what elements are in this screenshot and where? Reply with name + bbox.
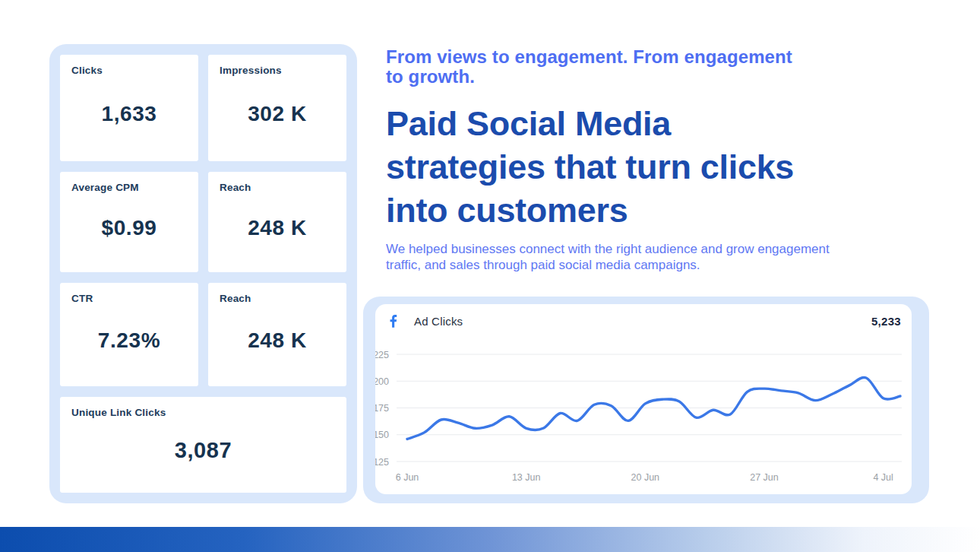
- svg-text:20 Jun: 20 Jun: [631, 472, 660, 483]
- stat-card-reach-2: Reach 248 K: [208, 283, 346, 386]
- svg-text:125: 125: [375, 457, 389, 468]
- stat-label: CTR: [71, 293, 187, 304]
- svg-text:6 Jun: 6 Jun: [396, 472, 419, 483]
- stat-label: Average CPM: [71, 182, 187, 193]
- stat-value: 248 K: [220, 304, 335, 376]
- hero-subtitle: We helped businesses connect with the ri…: [386, 241, 936, 273]
- stat-card-reach-1: Reach 248 K: [208, 172, 346, 272]
- stat-label: Impressions: [220, 65, 335, 76]
- svg-text:150: 150: [375, 430, 389, 440]
- stat-label: Reach: [220, 182, 335, 193]
- chart-panel: Ad Clicks 5,233 2252001751501256 Jun13 J…: [363, 297, 929, 503]
- hero-eyebrow: From views to engagement. From engagemen…: [386, 47, 936, 87]
- svg-text:175: 175: [375, 403, 389, 414]
- chart-total-value: 5,233: [871, 315, 901, 328]
- footer-gradient-bar: [0, 527, 980, 552]
- stat-label: Reach: [220, 293, 335, 304]
- stat-value: 3,087: [71, 418, 335, 483]
- chart-title: Ad Clicks: [414, 315, 463, 328]
- page-title-line-1: Paid Social Media: [386, 102, 936, 145]
- facebook-icon: [386, 313, 401, 328]
- hero-eyebrow-line-2: to growth.: [386, 67, 936, 87]
- stat-card-ctr: CTR 7.23%: [60, 283, 198, 386]
- svg-text:13 Jun: 13 Jun: [512, 472, 541, 483]
- stat-card-unique-link-clicks: Unique Link Clicks 3,087: [60, 397, 346, 493]
- stat-value: 7.23%: [71, 304, 187, 376]
- svg-text:200: 200: [375, 376, 389, 387]
- stat-value: $0.99: [71, 193, 187, 262]
- hero-eyebrow-line-1: From views to engagement. From engagemen…: [386, 47, 936, 67]
- stat-card-impressions: Impressions 302 K: [208, 55, 346, 161]
- svg-text:27 Jun: 27 Jun: [750, 472, 779, 483]
- stat-label: Clicks: [71, 65, 187, 76]
- page-title: Paid Social Media strategies that turn c…: [386, 102, 936, 232]
- stats-panel: Clicks 1,633 Impressions 302 K Average C…: [49, 44, 357, 503]
- hero-section: From views to engagement. From engagemen…: [386, 47, 936, 273]
- svg-text:4 Jul: 4 Jul: [873, 472, 893, 483]
- stat-value: 248 K: [220, 193, 335, 262]
- stat-card-average-cpm: Average CPM $0.99: [60, 172, 198, 272]
- stat-card-clicks: Clicks 1,633: [60, 55, 198, 161]
- ad-clicks-line-chart: 2252001751501256 Jun13 Jun20 Jun27 Jun4 …: [375, 342, 912, 491]
- stat-value: 1,633: [71, 76, 187, 151]
- stat-value: 302 K: [220, 76, 335, 151]
- hero-subtitle-line-2: traffic, and sales through paid social m…: [386, 257, 936, 273]
- page-title-line-2: strategies that turn clicks: [386, 145, 936, 189]
- chart-header: Ad Clicks 5,233: [386, 310, 901, 332]
- svg-text:225: 225: [375, 350, 389, 360]
- page-title-line-3: into customers: [386, 189, 936, 232]
- hero-subtitle-line-1: We helped businesses connect with the ri…: [386, 241, 936, 257]
- stat-label: Unique Link Clicks: [71, 407, 335, 418]
- ad-clicks-chart-card: Ad Clicks 5,233 2252001751501256 Jun13 J…: [375, 304, 912, 494]
